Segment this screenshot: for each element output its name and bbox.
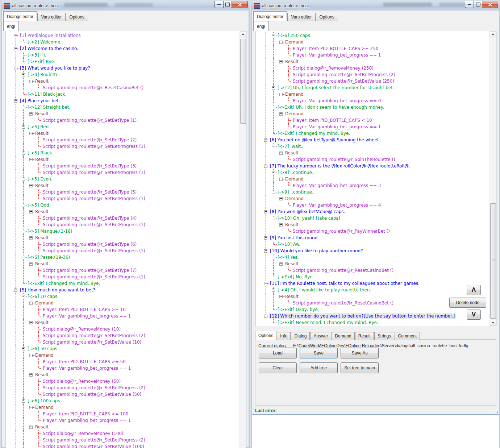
save-button[interactable]: Save bbox=[300, 348, 338, 358]
maximize-button[interactable] bbox=[474, 1, 482, 8]
tree-node[interactable]: Script gambling_roulette@r_SetBetType (3… bbox=[43, 163, 137, 169]
tree-node[interactable]: Player: Var gambling_bet_progress == 0 bbox=[293, 98, 381, 104]
tree-node[interactable]: Script gambling_roulette@r_SetBetType (5… bbox=[43, 189, 137, 195]
tree-node[interactable]: [8] You won @lex betValue@ caps. bbox=[270, 209, 345, 215]
tree-node[interactable]: [3] What would you like to play? bbox=[20, 65, 90, 71]
expand-toggle-icon[interactable] bbox=[29, 132, 33, 135]
tree-node[interactable]: Script gambling_roulette@r_SetBetValue (… bbox=[293, 78, 394, 84]
tree-node[interactable]: Result bbox=[35, 78, 49, 84]
maximize-button[interactable] bbox=[223, 1, 232, 8]
save-as-button[interactable]: Save As bbox=[341, 348, 379, 358]
tree-node[interactable]: Player: Item PID_BOTTLE_CAPS >= 250 bbox=[293, 46, 378, 51]
tree-node[interactable]: Script gambling_roulette@r_SetBetProgres… bbox=[43, 437, 145, 443]
tree-node[interactable]: [->10] Oh, yeah! [take caps] bbox=[278, 215, 340, 221]
tree-node[interactable]: Result bbox=[35, 261, 49, 267]
expand-toggle-icon[interactable] bbox=[264, 165, 267, 168]
expand-toggle-icon[interactable] bbox=[272, 256, 275, 259]
tree-node[interactable]: Result bbox=[285, 222, 299, 228]
expand-toggle-icon[interactable] bbox=[29, 158, 33, 161]
tree-node[interactable]: Demand bbox=[285, 196, 304, 202]
tree-node[interactable]: [->6] 100 caps. bbox=[28, 398, 62, 404]
tree-node[interactable]: [->9] ..continue.. bbox=[278, 189, 315, 195]
tree-node[interactable]: Result bbox=[35, 320, 49, 325]
tree-node[interactable]: [->5] Manque.(1-18) bbox=[28, 228, 72, 234]
expand-toggle-icon[interactable] bbox=[14, 99, 17, 103]
tree-node[interactable]: Script gambling_roulette@r_ResetCasinoBe… bbox=[293, 267, 393, 273]
expand-toggle-icon[interactable] bbox=[29, 210, 33, 213]
expand-toggle-icon[interactable] bbox=[264, 282, 267, 285]
tree-node[interactable]: [->4] Yes. bbox=[278, 254, 299, 260]
tree-node[interactable]: [->Exit] I changed my mind. Bye. bbox=[278, 130, 350, 136]
tree-node[interactable]: Player: Var gambling_bet_progress == 1 bbox=[43, 313, 131, 319]
expand-toggle-icon[interactable] bbox=[22, 125, 25, 129]
tree-node[interactable]: Script gambling_roulette@r_SetBetValue (… bbox=[43, 444, 144, 448]
tree-node[interactable]: [->12] Uh, I forgot select the number fo… bbox=[278, 85, 394, 91]
tree-node[interactable]: Script gambling_roulette@r_SetBetProgres… bbox=[293, 72, 395, 78]
tree-node[interactable]: Result bbox=[285, 59, 299, 65]
tree-node[interactable]: Result bbox=[35, 183, 49, 188]
tree-node[interactable]: Script gambling_roulette@r_SetBetProgres… bbox=[43, 170, 145, 175]
tab-dialog[interactable]: Dialog bbox=[291, 332, 310, 340]
expand-toggle-icon[interactable] bbox=[22, 230, 25, 233]
expand-toggle-icon[interactable] bbox=[272, 217, 275, 220]
expand-toggle-icon[interactable] bbox=[264, 249, 267, 253]
tree-node[interactable]: Result bbox=[35, 157, 49, 162]
expand-toggle-icon[interactable] bbox=[279, 60, 283, 63]
tab-result[interactable]: Result bbox=[355, 332, 374, 340]
tree-node[interactable]: Script gambling_roulette@r_SetBetType (6… bbox=[43, 241, 137, 247]
expand-toggle-icon[interactable] bbox=[29, 262, 33, 266]
expand-toggle-icon[interactable] bbox=[272, 106, 275, 109]
scroll-up-button[interactable] bbox=[490, 31, 496, 37]
tree-node[interactable]: Player: Item PID_BOTTLE_CAPS >= 50 bbox=[43, 359, 126, 365]
tree-node[interactable]: [->Exit] Uh, I don't seem to have enough… bbox=[278, 104, 384, 110]
tree-node[interactable]: Demand bbox=[285, 39, 304, 45]
tree-node[interactable]: [->11] Black Jack. bbox=[28, 91, 66, 97]
tree-node[interactable]: Script dialog@r_RemoveMoney (100) bbox=[43, 431, 124, 436]
tab-options[interactable]: Options bbox=[316, 13, 338, 21]
tab-strings[interactable]: Strings bbox=[374, 332, 394, 340]
tree-node[interactable]: Player: Item PID_BOTTLE_CAPS >= 100 bbox=[43, 411, 128, 417]
expand-toggle-icon[interactable] bbox=[22, 256, 25, 259]
tree-node[interactable]: [10] Would you like to play another roun… bbox=[270, 248, 363, 254]
tree-node[interactable]: [9] You lost this round. bbox=[270, 235, 319, 241]
tree-node[interactable]: [->3] Hi. bbox=[28, 52, 46, 58]
tree-node[interactable]: Demand bbox=[35, 352, 54, 358]
tree-node[interactable]: [->5] Even. bbox=[28, 176, 53, 182]
tree-node[interactable]: [->5] Red. bbox=[28, 124, 50, 130]
tree-node[interactable]: Script gambling_roulette@r_SetBetValue (… bbox=[43, 339, 141, 345]
tab-dialogs-editor[interactable]: Dialogs editor bbox=[3, 11, 37, 21]
expand-toggle-icon[interactable] bbox=[272, 145, 275, 148]
tree-node[interactable]: Result bbox=[35, 235, 49, 241]
expand-toggle-icon[interactable] bbox=[29, 321, 33, 324]
expand-toggle-icon[interactable] bbox=[29, 373, 33, 377]
tree-node[interactable]: Player: Var gambling_bet_progress == 4 bbox=[293, 202, 381, 208]
tree-node[interactable]: Demand bbox=[285, 176, 304, 182]
expand-toggle-icon[interactable] bbox=[29, 112, 33, 116]
tree-node[interactable]: [->5] Passe.(19-36) bbox=[28, 254, 70, 260]
expand-toggle-icon[interactable] bbox=[29, 302, 33, 305]
expand-toggle-icon[interactable] bbox=[29, 184, 33, 187]
delete-node-button[interactable]: Delete node bbox=[449, 298, 486, 308]
tab-options[interactable]: Options bbox=[66, 13, 88, 21]
add-tree-button[interactable]: Add tree bbox=[300, 362, 338, 373]
tab-dialogs-editor[interactable]: Dialogs editor bbox=[253, 11, 287, 21]
tab-comment[interactable]: Comment bbox=[395, 332, 420, 340]
tree-node[interactable]: [7] The lucky number is the @lex rollCol… bbox=[270, 163, 410, 169]
set-tree-to-main-button[interactable]: Set tree to main bbox=[341, 362, 379, 373]
tree-node[interactable]: Demand bbox=[35, 405, 54, 410]
tab-engl[interactable]: engl bbox=[3, 21, 19, 31]
tab-demand[interactable]: Demand bbox=[332, 332, 354, 340]
scroll-down-button[interactable] bbox=[490, 320, 496, 326]
tree-node[interactable]: [->2] Welcome. bbox=[28, 39, 62, 45]
tree-node[interactable]: [1] Predialogue installations bbox=[20, 33, 81, 38]
tree-node[interactable]: [->12] Straight bet. bbox=[28, 104, 70, 110]
minimize-button[interactable] bbox=[214, 1, 223, 8]
tree-node[interactable]: [->6] 250 caps. bbox=[278, 33, 312, 38]
expand-toggle-icon[interactable] bbox=[29, 80, 33, 83]
tree-node[interactable]: Script gambling_roulette@r_SetBetType (1… bbox=[43, 117, 137, 123]
tree-node[interactable]: [->7] .wait.. bbox=[278, 144, 304, 149]
tree-vertical-scrollbar[interactable] bbox=[239, 31, 246, 448]
expand-toggle-icon[interactable] bbox=[14, 67, 17, 70]
move-node-down-button[interactable]: V bbox=[467, 310, 481, 320]
tree-node[interactable]: Script gambling_roulette@r_SetBetProgres… bbox=[43, 274, 145, 280]
